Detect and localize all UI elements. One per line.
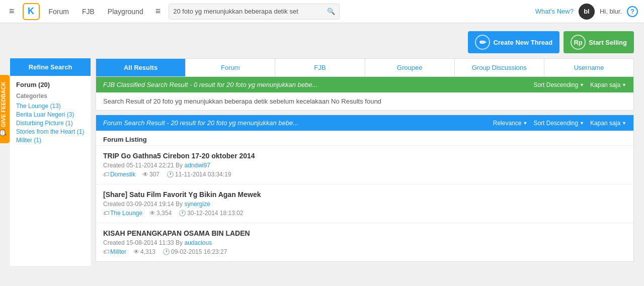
fjb-kapan-saja[interactable]: Kapan saja bbox=[590, 81, 626, 88]
action-bar: ✏ Create New Thread Rp Start Selling bbox=[0, 23, 644, 58]
search-icon[interactable]: 🔍 bbox=[327, 8, 335, 15]
main-content: Refine Search Forum (20) Categories The … bbox=[10, 58, 634, 266]
thread-title[interactable]: [Share] Satu Film Favorit Yg Bikin Agan … bbox=[103, 190, 626, 199]
start-selling-button[interactable]: Rp Start Selling bbox=[564, 31, 634, 53]
thread-item: TRIP Go Gathna5 Cirebon 17-20 oktober 20… bbox=[96, 145, 633, 184]
username-text: Hi, blur. bbox=[600, 8, 622, 15]
nav-fjb[interactable]: FJB bbox=[78, 8, 99, 16]
start-selling-label: Start Selling bbox=[589, 39, 627, 46]
thread-meta: Created 03-09-2014 19:14 By synergize bbox=[103, 201, 626, 208]
tab-group-discussions[interactable]: Group Discussions bbox=[455, 59, 544, 76]
fjb-sort-descending[interactable]: Sort Descending bbox=[533, 81, 584, 88]
thread-tags: 🏷Militer 👁4,313 🕐09-02-2015 16:23:27 bbox=[103, 248, 626, 255]
thread-author-link[interactable]: audacious bbox=[184, 239, 212, 246]
tabs-bar: All Results Forum FJB Groupee Group Disc… bbox=[96, 58, 634, 76]
forum-count: Forum (20) bbox=[16, 81, 85, 88]
logo[interactable]: K bbox=[23, 3, 40, 20]
feedback-icon: 💬 bbox=[0, 129, 7, 136]
categories-label: Categories bbox=[16, 92, 85, 100]
tab-all-results[interactable]: All Results bbox=[96, 59, 186, 76]
thread-title[interactable]: KISAH PENANGKAPAN OSAMA BIN LADEN bbox=[103, 229, 626, 237]
thread-meta: Created 15-08-2014 11:33 By audacious bbox=[103, 239, 626, 246]
thread-author-link[interactable]: adndwi97 bbox=[184, 162, 210, 169]
nav-playground[interactable]: Playground bbox=[104, 8, 147, 16]
category-disturbing[interactable]: Disturbing Picture (1) bbox=[16, 120, 85, 127]
forum-result-controls: Relevance Sort Descending Kapan saja bbox=[493, 120, 626, 127]
tab-forum[interactable]: Forum bbox=[186, 59, 275, 76]
fjb-result-section: FJB Classified Search Result - 0 result … bbox=[96, 76, 634, 111]
thread-tag-link[interactable]: The Lounge bbox=[110, 210, 142, 217]
hamburger-left-icon[interactable]: ≡ bbox=[6, 4, 18, 19]
search-bar: 🔍 bbox=[169, 4, 340, 20]
create-thread-icon: ✏ bbox=[475, 35, 490, 50]
thread-author-link[interactable]: synergize bbox=[184, 201, 210, 208]
thread-tags: 🏷Domestik 👁307 🕐11-11-2014 03:34:19 bbox=[103, 171, 626, 178]
create-thread-button[interactable]: ✏ Create New Thread bbox=[468, 31, 559, 53]
tab-fjb[interactable]: FJB bbox=[275, 59, 365, 76]
forum-result-header: Forum Search Result - 20 result for 20 f… bbox=[96, 115, 633, 131]
thread-item: KISAH PENANGKAPAN OSAMA BIN LADEN Create… bbox=[96, 223, 633, 261]
help-icon[interactable]: ? bbox=[627, 6, 638, 17]
forum-relevance[interactable]: Relevance bbox=[493, 120, 528, 127]
sidebar: Refine Search Forum (20) Categories The … bbox=[10, 58, 91, 266]
fjb-result-controls: Sort Descending Kapan saja bbox=[533, 81, 626, 88]
nav-forum[interactable]: Forum bbox=[45, 8, 73, 16]
start-selling-icon: Rp bbox=[571, 35, 586, 50]
tab-username[interactable]: Username bbox=[544, 59, 633, 76]
thread-tags: 🏷The Lounge 👁3,354 🕐30-12-2014 18:13:02 bbox=[103, 210, 626, 217]
search-input[interactable] bbox=[173, 8, 327, 15]
top-navigation: ≡ K Forum FJB Playground ≡ 🔍 What's New?… bbox=[0, 0, 644, 23]
sidebar-section: Forum (20) Categories The Lounge (13) Be… bbox=[10, 76, 91, 150]
forum-result-title: Forum Search Result - 20 result for 20 f… bbox=[103, 119, 298, 127]
forum-listing-label: Forum Listing bbox=[96, 131, 633, 145]
fjb-result-header: FJB Classified Search Result - 0 result … bbox=[96, 77, 633, 92]
category-berita[interactable]: Berita Luar Negeri (3) bbox=[16, 111, 85, 118]
thread-tag-link[interactable]: Militer bbox=[110, 248, 126, 255]
thread-title[interactable]: TRIP Go Gathna5 Cirebon 17-20 oktober 20… bbox=[103, 152, 626, 160]
feedback-label: GIVE FEEDBACK bbox=[0, 81, 6, 127]
tab-groupee[interactable]: Groupee bbox=[365, 59, 455, 76]
forum-kapan-saja[interactable]: Kapan saja bbox=[590, 120, 626, 127]
avatar[interactable]: bl bbox=[579, 4, 595, 20]
category-stories[interactable]: Stories from the Heart (1) bbox=[16, 128, 85, 135]
fjb-no-results: Search Result of 20 foto yg menunjukkan … bbox=[96, 92, 633, 110]
thread-item: [Share] Satu Film Favorit Yg Bikin Agan … bbox=[96, 184, 633, 223]
category-lounge[interactable]: The Lounge (13) bbox=[16, 103, 85, 110]
right-content: All Results Forum FJB Groupee Group Disc… bbox=[96, 58, 634, 266]
category-militer[interactable]: Militer (1) bbox=[16, 137, 85, 144]
forum-sort-descending[interactable]: Sort Descending bbox=[533, 120, 584, 127]
forum-result-section: Forum Search Result - 20 result for 20 f… bbox=[96, 115, 634, 262]
top-right-area: What's New? bl Hi, blur. ? bbox=[535, 4, 638, 20]
thread-tag-link[interactable]: Domestik bbox=[110, 171, 135, 178]
feedback-tab[interactable]: 💬 GIVE FEEDBACK bbox=[0, 74, 10, 143]
thread-meta: Created 05-11-2014 22:21 By adndwi97 bbox=[103, 162, 626, 169]
hamburger-right-icon[interactable]: ≡ bbox=[152, 4, 164, 19]
whats-new-link[interactable]: What's New? bbox=[535, 8, 574, 15]
logo-text: K bbox=[28, 6, 34, 17]
create-thread-label: Create New Thread bbox=[493, 39, 552, 46]
fjb-result-title: FJB Classified Search Result - 0 result … bbox=[103, 81, 317, 88]
refine-search-button[interactable]: Refine Search bbox=[10, 58, 91, 76]
